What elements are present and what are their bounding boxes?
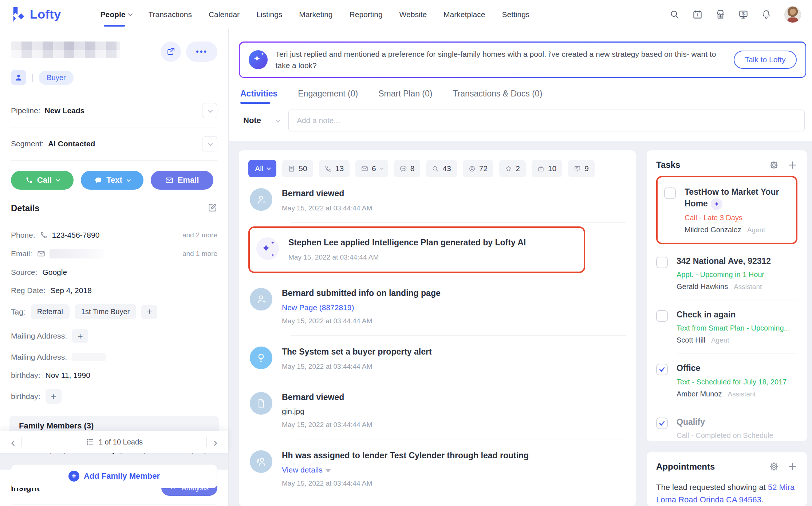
talk-to-lofty-button[interactable]: Talk to Lofty: [734, 51, 796, 69]
activity-title: Bernard viewed: [282, 392, 372, 403]
nav-item-settings[interactable]: Settings: [502, 0, 529, 29]
notifications-bell-icon[interactable]: [761, 9, 771, 19]
tab-smart-plan[interactable]: Smart Plan (0): [378, 89, 432, 107]
activity-feed: All 50 13 6: [239, 150, 636, 506]
add-birthday-button[interactable]: +: [46, 389, 62, 404]
activity-item[interactable]: The System set a buyer property alert Ma…: [248, 336, 626, 381]
task-item[interactable]: 342 National Ave, 92312 Appt. - Upcoming…: [656, 246, 797, 300]
chevron-down-icon: [275, 118, 280, 122]
task-checkbox[interactable]: [656, 310, 668, 322]
activity-item[interactable]: Stephen Lee applied Intelligence Plan ge…: [256, 229, 577, 268]
lofty-logo[interactable]: Lofty: [11, 7, 61, 23]
activity-link[interactable]: New Page (8872819): [282, 303, 441, 312]
triangle-down-icon: [326, 469, 331, 473]
ai-sparkle-badge-icon: [711, 198, 722, 210]
filter-notes[interactable]: 50: [282, 160, 313, 177]
task-checkbox[interactable]: [664, 187, 676, 199]
tag-first-time-buyer[interactable]: 1st Time Buyer: [75, 304, 136, 319]
add-mailing-address-button[interactable]: +: [72, 329, 88, 343]
filter-calls[interactable]: 13: [319, 160, 350, 177]
segment-dropdown-button[interactable]: [202, 136, 217, 151]
nav-item-calendar[interactable]: Calendar: [209, 0, 240, 29]
tag-referral[interactable]: Referral: [31, 304, 70, 319]
monitor-icon: [574, 165, 581, 172]
task-item[interactable]: TestHow to Market Your Home Call - Late …: [664, 182, 789, 238]
filter-searches[interactable]: 43: [426, 160, 457, 177]
email-button[interactable]: Email: [151, 171, 213, 190]
ai-banner: Teri just replied and mentioned a prefer…: [239, 41, 806, 78]
add-family-member-button[interactable]: + Add Family Member: [11, 464, 217, 488]
note-type-selector[interactable]: Note: [240, 116, 279, 125]
phone-value[interactable]: 123-456-7890: [52, 231, 100, 240]
nav-item-marketplace[interactable]: Marketplace: [444, 0, 485, 29]
task-item[interactable]: Office Text - Scheduled for July 18, 201…: [656, 353, 797, 407]
source-row: Source: Google: [11, 268, 217, 277]
next-lead-button[interactable]: ›: [210, 436, 220, 448]
text-button[interactable]: Text: [81, 171, 143, 190]
tab-engagement[interactable]: Engagement (0): [298, 89, 358, 107]
segment-label: Segment:: [11, 139, 44, 148]
more-actions-button[interactable]: •••: [186, 41, 217, 62]
lightbulb-icon: [250, 347, 272, 369]
activity-item[interactable]: Bernard viewed May 15, 2022 at 03:44:44 …: [248, 177, 626, 222]
share-button[interactable]: [161, 41, 181, 62]
top-navigation: Lofty People Transactions Calendar Listi…: [0, 0, 812, 29]
task-item[interactable]: Check in again Text from Smart Plan - Up…: [656, 300, 797, 353]
person-add-icon: [250, 188, 272, 211]
task-item[interactable]: Qualify Call - Completed on Schedule Mar…: [656, 407, 797, 441]
tab-transactions-docs[interactable]: Transactions & Docs (0): [453, 89, 542, 107]
calendar-icon[interactable]: 1: [693, 9, 702, 19]
edit-details-button[interactable]: [208, 203, 217, 214]
billing-monitor-icon[interactable]: $: [738, 9, 748, 19]
search-icon[interactable]: [670, 9, 679, 19]
note-input[interactable]: [288, 110, 805, 131]
bullseye-icon: [469, 165, 476, 172]
pipeline-row: Pipeline: New Leads: [11, 103, 217, 118]
view-details-link[interactable]: View details: [282, 466, 529, 474]
chevron-down-icon: [208, 141, 213, 146]
nav-item-people[interactable]: People: [100, 0, 132, 29]
email-more[interactable]: and 1 more: [182, 250, 217, 258]
svg-text:$: $: [742, 11, 745, 16]
nav-item-transactions[interactable]: Transactions: [148, 0, 192, 29]
filter-views[interactable]: 72: [463, 160, 493, 177]
filter-emails[interactable]: 6: [355, 160, 388, 177]
add-appointment-button[interactable]: [788, 462, 797, 471]
lead-panel: ••• | Buyer Pipeline: New Leads Segment:…: [0, 29, 228, 453]
activity-item[interactable]: Bernard submitted info on landing page N…: [248, 277, 626, 335]
phone-row: Phone: 123-456-7890 and 2 more: [11, 231, 217, 240]
activity-item[interactable]: Hh was assigned to lender Test Cylender …: [248, 439, 626, 498]
nav-item-marketing[interactable]: Marketing: [299, 0, 332, 29]
birthday-row-2: birthday: +: [11, 389, 217, 404]
task-status: Appt. - Upcoming in 1 Hour: [677, 270, 771, 279]
add-tag-button[interactable]: +: [141, 305, 157, 319]
pipeline-dropdown-button[interactable]: [202, 103, 217, 118]
filter-appointments[interactable]: 10: [532, 160, 562, 177]
task-checkbox-checked[interactable]: [656, 364, 668, 375]
filter-web[interactable]: 9: [568, 160, 595, 177]
marketplace-store-icon[interactable]: [716, 9, 725, 19]
nav-item-listings[interactable]: Listings: [256, 0, 282, 29]
tasks-settings-button[interactable]: [769, 160, 779, 170]
user-avatar[interactable]: [784, 6, 801, 23]
plus-icon: [788, 160, 797, 170]
filter-texts[interactable]: 8: [394, 160, 421, 177]
activity-item[interactable]: Bernard viewed gin.jpg May 15, 2022 at 0…: [248, 381, 626, 439]
nav-item-reporting[interactable]: Reporting: [350, 0, 383, 29]
appointments-settings-button[interactable]: [769, 462, 779, 471]
list-icon[interactable]: [86, 438, 94, 446]
filter-favorites[interactable]: 2: [499, 160, 526, 177]
task-checkbox-checked[interactable]: [656, 418, 668, 429]
phone-icon: [40, 232, 48, 239]
call-button[interactable]: Call: [11, 171, 74, 190]
previous-lead-button[interactable]: ‹: [8, 436, 18, 448]
phone-more[interactable]: and 2 more: [182, 231, 217, 239]
nav-item-website[interactable]: Website: [399, 0, 427, 29]
tab-activities[interactable]: Activities: [240, 89, 277, 107]
add-task-button[interactable]: [788, 160, 797, 170]
person-icon: [15, 74, 23, 82]
task-title: TestHow to Market Your Home: [685, 186, 789, 210]
filter-all[interactable]: All: [248, 160, 276, 177]
task-checkbox[interactable]: [656, 257, 668, 268]
envelope-icon: [37, 250, 45, 258]
